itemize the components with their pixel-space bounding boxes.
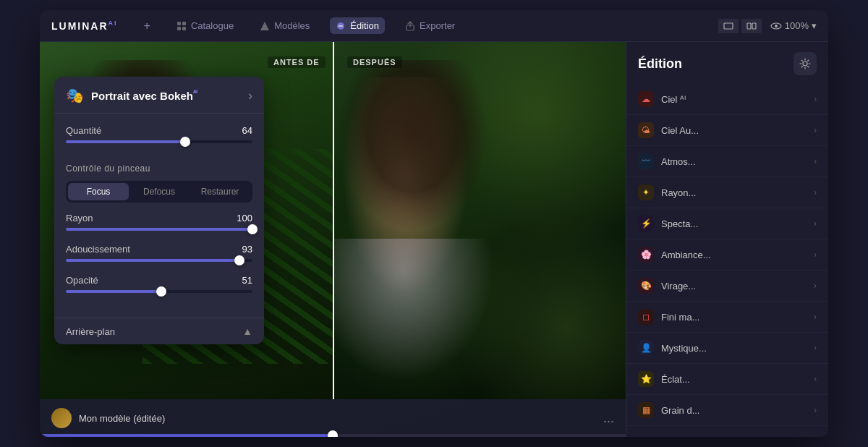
eye-icon xyxy=(770,20,782,32)
tool-grain[interactable]: ▦ Grain d... › xyxy=(626,395,828,426)
rayon-track[interactable] xyxy=(66,228,252,231)
brush-tab-restaurer[interactable]: Restaurer xyxy=(190,183,250,200)
arriere-plan-section[interactable]: Arrière-plan ▲ xyxy=(54,318,264,344)
brush-tab-defocus[interactable]: Defocus xyxy=(129,183,190,200)
tool-mystique[interactable]: 👤 Mystique... › xyxy=(626,333,828,364)
zoom-control[interactable]: 100% ▾ xyxy=(770,20,817,32)
brush-section-title: Contrôle du pinceau xyxy=(66,163,150,174)
adoucissement-slider-row: Adoucissement 93 xyxy=(66,244,252,262)
quantite-track[interactable] xyxy=(66,140,252,143)
svg-point-12 xyxy=(775,25,778,27)
portrait-bokeh-popup: 🎭 Portrait avec Bokehᴬᴵ › Quantité 64 xyxy=(54,77,264,344)
fini-mat-icon: ◻ xyxy=(638,309,654,325)
specta-icon: ⚡ xyxy=(638,216,654,231)
exporter-icon xyxy=(405,21,415,31)
app-window: LUMINARAI + Catalogue Modèles xyxy=(40,10,828,437)
opacite-thumb[interactable] xyxy=(156,286,166,297)
zoom-chevron: ▾ xyxy=(812,20,817,31)
adoucissement-track[interactable] xyxy=(66,259,252,262)
svg-rect-0 xyxy=(177,22,181,25)
quantite-label: Quantité xyxy=(66,125,101,136)
tool-virage[interactable]: 🎨 Virage... › xyxy=(626,271,828,302)
ambiance-icon: 🌸 xyxy=(638,247,654,263)
popup-collapse-button[interactable]: › xyxy=(248,88,252,103)
before-label: ANTES DE xyxy=(268,56,326,68)
panel-title: Édition xyxy=(638,56,682,72)
svg-rect-8 xyxy=(724,23,733,29)
fini-mat-chevron-icon: › xyxy=(814,312,817,322)
app-logo: LUMINARAI xyxy=(51,20,118,32)
brush-tab-focus[interactable]: Focus xyxy=(68,183,129,200)
edition-label: Édition xyxy=(350,20,379,31)
catalogue-label: Catalogue xyxy=(191,20,234,31)
ciel-au-chevron-icon: › xyxy=(814,125,817,135)
split-view-button[interactable] xyxy=(741,19,762,33)
quantite-slider-row: Quantité 64 xyxy=(66,125,252,143)
edition-icon xyxy=(336,21,346,31)
svg-rect-6 xyxy=(339,25,343,27)
settings-button[interactable] xyxy=(793,52,817,75)
tool-eclat[interactable]: ⭐ Éclat... › xyxy=(626,364,828,395)
nav-edition[interactable]: Édition xyxy=(330,17,385,34)
quantite-value: 64 xyxy=(242,125,252,136)
tool-ciel[interactable]: ☁ Ciel ᴬᴵ › xyxy=(626,84,828,115)
catalogue-icon xyxy=(176,21,187,31)
brush-tabs: Focus Defocus Restaurer xyxy=(66,181,252,203)
nav-exporter[interactable]: Exporter xyxy=(399,17,461,34)
tool-eclat-label: Éclat... xyxy=(661,374,807,385)
single-view-button[interactable] xyxy=(718,19,739,33)
modeles-icon xyxy=(260,21,270,31)
mystique-icon: 👤 xyxy=(638,340,654,356)
zoom-value: 100% xyxy=(785,20,809,31)
model-bar: Mon modèle (éditée) ... xyxy=(40,399,626,437)
model-timeline[interactable] xyxy=(40,434,626,437)
model-name: Mon modèle (éditée) xyxy=(79,413,596,424)
virage-icon: 🎨 xyxy=(638,278,654,294)
split-line[interactable] xyxy=(333,42,334,399)
adoucissement-fill xyxy=(66,259,239,262)
virage-chevron-icon: › xyxy=(814,281,817,291)
top-bar-right: 100% ▾ xyxy=(718,19,817,33)
view-toggle xyxy=(718,19,762,33)
quantite-fill xyxy=(66,140,185,143)
svg-rect-10 xyxy=(752,23,756,29)
add-icon: + xyxy=(144,20,150,33)
svg-point-13 xyxy=(803,61,807,66)
exporter-label: Exporter xyxy=(420,20,455,31)
canvas-area[interactable]: ANTES DE DESPUÉS © Mon modèle (éditée) .… xyxy=(40,42,626,437)
adoucissement-label: Adoucissement xyxy=(66,244,130,255)
opacite-value: 51 xyxy=(242,275,252,286)
tool-rayon[interactable]: ✦ Rayon... › xyxy=(626,177,828,208)
main-content: ANTES DE DESPUÉS © Mon modèle (éditée) .… xyxy=(40,42,828,437)
tool-virage-label: Virage... xyxy=(661,281,807,291)
after-label: DESPUÉS xyxy=(347,56,402,68)
model-more-button[interactable]: ... xyxy=(603,411,614,426)
tool-ciel-au-label: Ciel Au... xyxy=(661,125,807,136)
tool-atmos[interactable]: 〰 Atmos... › xyxy=(626,146,828,177)
brush-section-header: Contrôle du pinceau xyxy=(66,156,252,181)
rayon-label: Rayon xyxy=(66,213,93,224)
rayon-chevron-icon: › xyxy=(814,187,817,197)
tool-ambiance[interactable]: 🌸 Ambiance... › xyxy=(626,239,828,271)
tool-ambiance-label: Ambiance... xyxy=(661,250,807,260)
quantite-thumb[interactable] xyxy=(180,137,190,147)
nav-modeles[interactable]: Modèles xyxy=(254,17,315,34)
tool-ciel-au[interactable]: 🌤 Ciel Au... › xyxy=(626,115,828,146)
svg-rect-2 xyxy=(177,27,181,30)
model-slider-fill xyxy=(40,434,333,437)
nav-add[interactable]: + xyxy=(138,17,156,35)
tool-fini-mat[interactable]: ◻ Fini ma... › xyxy=(626,302,828,333)
model-slider-thumb[interactable] xyxy=(328,430,338,437)
nav-catalogue[interactable]: Catalogue xyxy=(171,17,239,34)
tool-specta-label: Specta... xyxy=(661,218,807,229)
atmos-icon: 〰 xyxy=(638,153,654,169)
tool-specta[interactable]: ⚡ Specta... › xyxy=(626,208,828,239)
popup-title: Portrait avec Bokehᴬᴵ xyxy=(91,89,241,102)
opacite-track[interactable] xyxy=(66,290,252,293)
adoucissement-thumb[interactable] xyxy=(234,255,244,265)
popup-body: Quantité 64 Contrôle du pinceau xyxy=(54,114,264,318)
rayon-thumb[interactable] xyxy=(247,224,258,234)
popup-header: 🎭 Portrait avec Bokehᴬᴵ › xyxy=(54,77,264,114)
settings-icon xyxy=(799,58,811,69)
opacite-label: Opacité xyxy=(66,275,98,286)
